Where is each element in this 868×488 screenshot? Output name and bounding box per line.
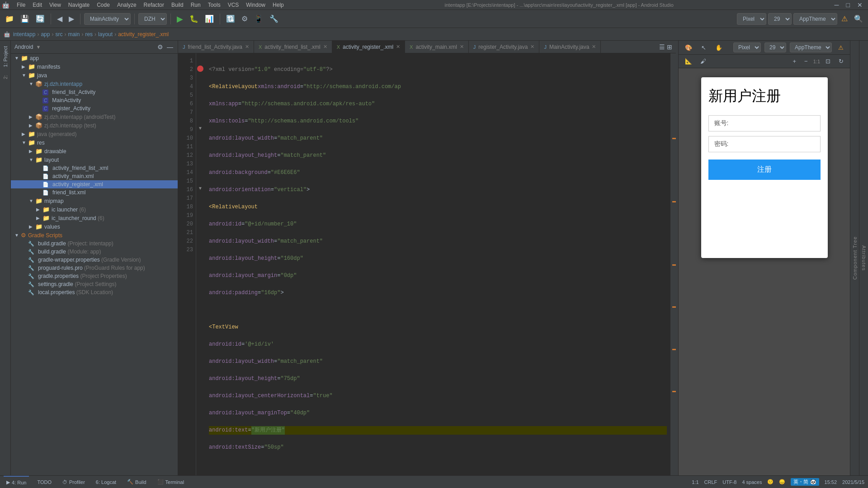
breadcrumb-app[interactable]: app: [41, 31, 50, 38]
tree-settings-gradle[interactable]: 🔧 settings.gradle (Project Settings): [11, 280, 178, 288]
tab-main-activity[interactable]: J MainActivity.java ✕: [539, 41, 601, 53]
api-dropdown[interactable]: 29: [768, 13, 792, 25]
tree-mipmap[interactable]: ▼ 📁 mipmap: [11, 197, 178, 205]
toolbar-save-btn[interactable]: 💾: [18, 13, 32, 24]
tab-register-activity[interactable]: J register_Activity.java ✕: [469, 41, 540, 53]
menu-refactor[interactable]: Refactor: [140, 0, 168, 9]
menu-navigate[interactable]: Navigate: [65, 0, 93, 9]
menu-view[interactable]: View: [46, 0, 65, 9]
tab-menu-btn[interactable]: ☰: [658, 42, 666, 52]
pixel-dropdown[interactable]: Pixel: [737, 13, 766, 25]
dzh-dropdown[interactable]: DZH: [138, 13, 167, 25]
breadcrumb-src[interactable]: src: [55, 31, 62, 38]
sidebar-gear-btn[interactable]: ⚙: [156, 42, 164, 52]
menu-build[interactable]: Build: [168, 0, 187, 9]
tab-close-2[interactable]: ✕: [323, 44, 327, 50]
status-tab-terminal[interactable]: ⬛ Terminal: [155, 476, 187, 488]
close-btn[interactable]: ✕: [854, 1, 866, 9]
maximize-btn[interactable]: □: [843, 1, 854, 9]
preview-register-btn[interactable]: 注册: [708, 160, 821, 180]
ime-indicator[interactable]: 英・简 🐼: [791, 478, 819, 486]
tree-gradle-properties[interactable]: 🔧 gradle.properties (Project Properties): [11, 272, 178, 280]
code-content[interactable]: <?xml version="1.0" encoding="utf-8"?> <…: [205, 53, 670, 475]
fit-screen-btn[interactable]: ⊡: [823, 56, 833, 66]
toolbar-back-btn[interactable]: ◀: [55, 13, 65, 24]
api-preview-dropdown[interactable]: 29: [764, 42, 786, 52]
design-btn[interactable]: 🖌: [698, 56, 709, 66]
breadcrumb-layout[interactable]: layout: [98, 31, 113, 38]
theme-preview-dropdown[interactable]: AppTheme: [790, 42, 832, 52]
zoom-in-btn[interactable]: +: [790, 56, 799, 66]
tree-activity-main-xml[interactable]: 📄 activity_main.xml: [11, 172, 178, 180]
sdk-btn[interactable]: 🔧: [267, 13, 281, 24]
tree-drawable[interactable]: ▶ 📁 drawable: [11, 147, 178, 155]
tree-friend-list-activity[interactable]: C friend_list_Activity: [11, 88, 178, 96]
search-everywhere-btn[interactable]: 🔍: [852, 13, 865, 24]
pan-btn[interactable]: ✋: [712, 43, 725, 52]
tree-java[interactable]: ▼ 📁 java: [11, 71, 178, 80]
code-editor[interactable]: 12345 678910 1112131415 1617181920 21222…: [178, 53, 676, 475]
menu-file[interactable]: File: [13, 0, 29, 9]
tree-activity-register-xml[interactable]: 📄 activity_register_.xml: [11, 180, 178, 188]
apptheme-dropdown[interactable]: AppTheme: [793, 13, 837, 25]
status-tab-run[interactable]: ▶ 4: Run: [4, 476, 29, 488]
tree-res[interactable]: ▼ 📁 res: [11, 138, 178, 147]
menu-run[interactable]: Run: [187, 0, 204, 9]
profile-btn[interactable]: 📊: [203, 13, 216, 24]
tree-values[interactable]: ▶ 📁 values: [11, 222, 178, 231]
tree-package-androidtest[interactable]: ▶ 📦 zj.dzh.intentapp (androidTest): [11, 113, 178, 121]
tree-layout[interactable]: ▼ 📁 layout: [11, 155, 178, 164]
tree-package-main[interactable]: ▼ 📦 zj.dzh.intentapp: [11, 80, 178, 88]
tree-gradle-scripts[interactable]: ▼ ⚙ Gradle Scripts: [11, 231, 178, 239]
tree-ic-launcher-round[interactable]: ▶ 📁 ic_launcher_round (6): [11, 214, 178, 222]
editor-scrollbar[interactable]: [670, 53, 676, 475]
warning-preview-btn[interactable]: ⚠: [835, 43, 846, 52]
refresh-btn[interactable]: ↻: [836, 56, 846, 66]
tree-build-gradle-module[interactable]: 🔧 build.gradle (Module: app): [11, 248, 178, 256]
menu-code[interactable]: Code: [93, 0, 113, 9]
tab-close-5[interactable]: ✕: [530, 44, 534, 50]
gradle-sync-btn[interactable]: ⚙: [239, 13, 250, 24]
tab-close-3[interactable]: ✕: [396, 44, 400, 50]
tab-activity-main-xml[interactable]: X activity_main.xml ✕: [405, 41, 469, 53]
palette-btn[interactable]: 🎨: [682, 43, 695, 52]
tree-register-activity[interactable]: C register_Activity: [11, 104, 178, 113]
tree-main-activity[interactable]: C MainActivity: [11, 96, 178, 104]
sidebar-dropdown-arrow[interactable]: ▼: [36, 44, 41, 50]
status-tab-profiler[interactable]: ⏱ Profiler: [60, 476, 88, 488]
tree-proguard[interactable]: 🔧 proguard-rules.pro (ProGuard Rules for…: [11, 264, 178, 272]
tab-close-1[interactable]: ✕: [245, 44, 249, 50]
breadcrumb-intentapp[interactable]: intentapp: [13, 31, 35, 38]
debug-btn[interactable]: 🐛: [187, 13, 201, 24]
status-tab-todo[interactable]: TODO: [34, 476, 54, 488]
run-btn[interactable]: ▶: [175, 13, 185, 25]
minimize-btn[interactable]: ─: [831, 1, 843, 9]
tab-friend-list-activity[interactable]: J friend_list_Activity.java ✕: [178, 41, 254, 53]
menu-vcs[interactable]: VCS: [224, 0, 243, 9]
avd-btn[interactable]: 📱: [252, 13, 265, 24]
menu-window[interactable]: Window: [242, 0, 269, 9]
menu-analyze[interactable]: Analyze: [113, 0, 140, 9]
status-tab-build[interactable]: 🔨 Build: [124, 476, 149, 488]
tree-java-generated[interactable]: ▶ 📁 java (generated): [11, 130, 178, 138]
toolbar-refresh-btn[interactable]: 🔄: [33, 13, 47, 24]
sync-btn[interactable]: 🔃: [224, 13, 237, 24]
tab-activity-friend-list-xml[interactable]: X activity_friend_list_.xml ✕: [254, 41, 332, 53]
tree-app[interactable]: ▼ 📁 app: [11, 54, 178, 62]
sidebar-close-btn[interactable]: —: [166, 42, 174, 52]
menu-edit[interactable]: Edit: [29, 0, 46, 9]
warning-btn[interactable]: ⚠: [839, 13, 850, 24]
main-activity-dropdown[interactable]: MainActivity: [84, 13, 131, 25]
tab-close-6[interactable]: ✕: [592, 44, 596, 50]
tree-local-properties[interactable]: 🔧 local.properties (SDK Location): [11, 288, 178, 296]
tab-close-4[interactable]: ✕: [460, 44, 464, 50]
menu-tools[interactable]: Tools: [204, 0, 224, 9]
tree-build-gradle-project[interactable]: 🔧 build.gradle (Project: intentapp): [11, 239, 178, 248]
toolbar-open-btn[interactable]: 📁: [3, 13, 16, 24]
zoom-out-btn[interactable]: −: [802, 56, 811, 66]
blueprint-btn[interactable]: 📐: [682, 56, 695, 66]
pixel-preview-dropdown[interactable]: Pixel: [733, 42, 761, 52]
breadcrumb-main[interactable]: main: [68, 31, 80, 38]
toolbar-forward-btn[interactable]: ▶: [66, 13, 76, 24]
left-tab-blank[interactable]: 2:: [1, 71, 10, 83]
